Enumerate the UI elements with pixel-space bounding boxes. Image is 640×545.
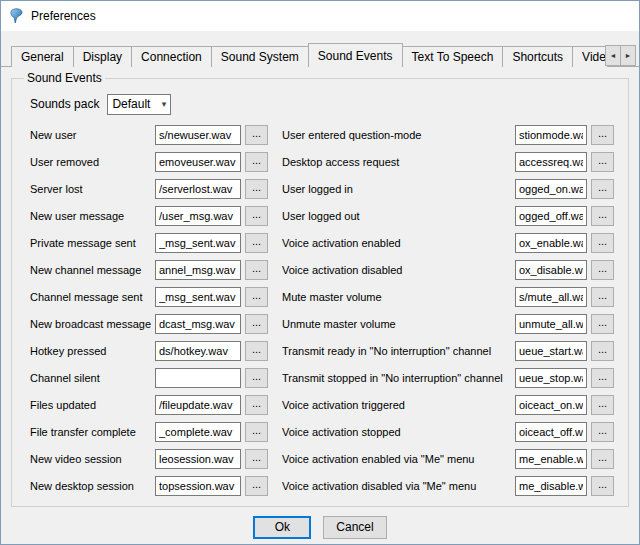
sound-file-input[interactable] bbox=[515, 422, 587, 442]
tab-sound-events[interactable]: Sound Events bbox=[308, 43, 403, 67]
sound-event-label: New user bbox=[30, 129, 151, 141]
tab-general[interactable]: General bbox=[11, 46, 74, 67]
browse-button[interactable]: ... bbox=[591, 233, 614, 253]
sound-file-input[interactable] bbox=[155, 422, 241, 442]
browse-button[interactable]: ... bbox=[591, 422, 614, 442]
sound-event-label: Desktop access request bbox=[282, 156, 511, 168]
sound-event-row: Private message sent ... bbox=[30, 233, 268, 253]
ok-button[interactable]: Ok bbox=[253, 516, 311, 539]
sound-event-label: User entered question-mode bbox=[282, 129, 511, 141]
sound-event-row: Hotkey pressed ... bbox=[30, 341, 268, 361]
sound-event-row: New channel message ... bbox=[30, 260, 268, 280]
sound-file-input[interactable] bbox=[155, 233, 241, 253]
sound-event-row: Transmit ready in "No interruption" chan… bbox=[282, 341, 614, 361]
sound-file-input[interactable] bbox=[155, 152, 241, 172]
title-bar: Preferences bbox=[1, 1, 639, 31]
sound-event-label: Server lost bbox=[30, 183, 151, 195]
browse-button[interactable]: ... bbox=[591, 476, 614, 496]
sound-file-input[interactable] bbox=[155, 179, 241, 199]
sound-file-input[interactable] bbox=[155, 260, 241, 280]
tab-scroll-left-button[interactable]: ◄ bbox=[605, 45, 621, 66]
sound-file-input[interactable] bbox=[155, 314, 241, 334]
browse-button[interactable]: ... bbox=[591, 395, 614, 415]
sound-file-input[interactable] bbox=[155, 395, 241, 415]
browse-button[interactable]: ... bbox=[591, 287, 614, 307]
tab-connection[interactable]: Connection bbox=[131, 46, 212, 67]
tab-sound-system[interactable]: Sound System bbox=[211, 46, 309, 67]
sound-events-left-column: New user ... User removed ... Server los… bbox=[30, 125, 268, 496]
browse-button[interactable]: ... bbox=[245, 260, 268, 280]
browse-button[interactable]: ... bbox=[245, 287, 268, 307]
sound-file-input[interactable] bbox=[515, 395, 587, 415]
sound-file-input[interactable] bbox=[515, 125, 587, 145]
sound-file-input[interactable] bbox=[155, 287, 241, 307]
sound-file-input[interactable] bbox=[155, 449, 241, 469]
sound-file-input[interactable] bbox=[515, 152, 587, 172]
sounds-pack-select[interactable]: Default ▾ bbox=[107, 94, 171, 115]
browse-button[interactable]: ... bbox=[591, 449, 614, 469]
browse-button[interactable]: ... bbox=[245, 152, 268, 172]
browse-button[interactable]: ... bbox=[591, 314, 614, 334]
sound-event-row: New video session ... bbox=[30, 449, 268, 469]
sound-event-label: Voice activation triggered bbox=[282, 399, 511, 411]
sound-event-row: Voice activation enabled ... bbox=[282, 233, 614, 253]
browse-button[interactable]: ... bbox=[591, 179, 614, 199]
sound-event-row: Voice activation enabled via "Me" menu .… bbox=[282, 449, 614, 469]
sound-file-input[interactable] bbox=[155, 125, 241, 145]
browse-button[interactable]: ... bbox=[245, 314, 268, 334]
cancel-button[interactable]: Cancel bbox=[323, 516, 386, 539]
sound-file-input[interactable] bbox=[515, 260, 587, 280]
sounds-pack-value: Default bbox=[112, 97, 150, 111]
browse-button[interactable]: ... bbox=[591, 260, 614, 280]
sound-event-row: Voice activation stopped ... bbox=[282, 422, 614, 442]
sound-file-input[interactable] bbox=[515, 476, 587, 496]
browse-button[interactable]: ... bbox=[591, 206, 614, 226]
sound-file-input[interactable] bbox=[155, 341, 241, 361]
sound-file-input[interactable] bbox=[515, 314, 587, 334]
browse-button[interactable]: ... bbox=[591, 152, 614, 172]
groupbox-legend: Sound Events bbox=[24, 71, 105, 85]
sound-event-row: User logged out ... bbox=[282, 206, 614, 226]
browse-button[interactable]: ... bbox=[245, 206, 268, 226]
sound-file-input[interactable] bbox=[515, 287, 587, 307]
sound-event-row: Voice activation disabled via "Me" menu … bbox=[282, 476, 614, 496]
browse-button[interactable]: ... bbox=[245, 125, 268, 145]
browse-button[interactable]: ... bbox=[591, 341, 614, 361]
sound-event-row: New user message ... bbox=[30, 206, 268, 226]
sound-file-input[interactable] bbox=[515, 206, 587, 226]
browse-button[interactable]: ... bbox=[591, 125, 614, 145]
sound-file-input[interactable] bbox=[155, 206, 241, 226]
browse-button[interactable]: ... bbox=[245, 179, 268, 199]
sound-event-row: New desktop session ... bbox=[30, 476, 268, 496]
sound-event-label: New channel message bbox=[30, 264, 151, 276]
sound-file-input[interactable] bbox=[155, 476, 241, 496]
browse-button[interactable]: ... bbox=[245, 449, 268, 469]
sound-file-input[interactable] bbox=[155, 368, 241, 388]
sound-event-row: User entered question-mode ... bbox=[282, 125, 614, 145]
sound-event-label: Voice activation disabled via "Me" menu bbox=[282, 480, 511, 492]
sound-file-input[interactable] bbox=[515, 233, 587, 253]
browse-button[interactable]: ... bbox=[245, 368, 268, 388]
sound-event-label: User removed bbox=[30, 156, 151, 168]
sound-event-label: New video session bbox=[30, 453, 151, 465]
sound-event-label: Voice activation disabled bbox=[282, 264, 511, 276]
tab-scroll-right-button[interactable]: ► bbox=[620, 45, 636, 66]
sound-file-input[interactable] bbox=[515, 368, 587, 388]
sound-events-page: Sound Events Sounds pack Default ▾ New u… bbox=[1, 66, 639, 507]
tab-video[interactable]: Video bbox=[572, 46, 607, 67]
browse-button[interactable]: ... bbox=[245, 422, 268, 442]
browse-button[interactable]: ... bbox=[245, 233, 268, 253]
sound-file-input[interactable] bbox=[515, 179, 587, 199]
browse-button[interactable]: ... bbox=[591, 368, 614, 388]
tab-text-to-speech[interactable]: Text To Speech bbox=[402, 46, 504, 67]
browse-button[interactable]: ... bbox=[245, 341, 268, 361]
tab-scroll-buttons: ◄ ► bbox=[606, 45, 636, 66]
sound-event-label: Mute master volume bbox=[282, 291, 511, 303]
tab-shortcuts[interactable]: Shortcuts bbox=[502, 46, 573, 67]
browse-button[interactable]: ... bbox=[245, 476, 268, 496]
app-icon bbox=[9, 8, 25, 24]
browse-button[interactable]: ... bbox=[245, 395, 268, 415]
sound-file-input[interactable] bbox=[515, 449, 587, 469]
sound-file-input[interactable] bbox=[515, 341, 587, 361]
tab-display[interactable]: Display bbox=[73, 46, 132, 67]
